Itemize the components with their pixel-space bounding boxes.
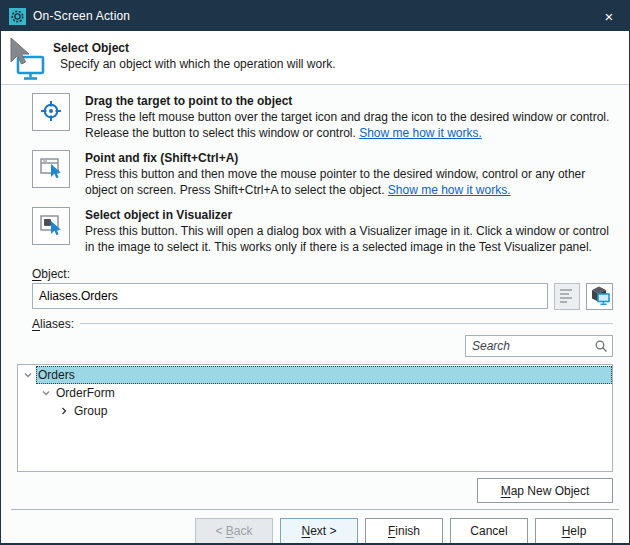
point-and-fix-icon [39,156,63,183]
button-label: < [215,524,225,538]
help-button[interactable]: Help [535,518,613,544]
button-label: inish [395,524,420,538]
option-title: Point and fix (Shift+Ctrl+A) [85,150,613,166]
window-title: On-Screen Action [33,9,589,23]
object-label: Object: [17,267,613,281]
group-divider [80,323,613,325]
dialog-header: Select Object Specify an object with whi… [1,31,629,85]
titlebar: On-Screen Action × [1,1,629,31]
tree-item-label: Group [74,404,107,418]
app-gear-icon [9,8,26,25]
cancel-button[interactable]: Cancel [450,518,528,544]
visualizer-button[interactable] [32,207,70,245]
search-input[interactable] [465,335,613,357]
tree-item-highlight[interactable]: Group [72,402,612,420]
visualizer-icon [39,212,63,240]
button-accel: M [501,484,511,498]
search-icon[interactable] [594,339,608,356]
show-me-link[interactable]: Show me how it works. [388,183,511,197]
option-point-and-fix: Point and fix (Shift+Ctrl+A) Press this … [17,150,613,198]
option-desc-text: Press the left mouse button over the tar… [85,110,609,140]
tree-item-group[interactable]: Group [18,402,612,420]
button-accel: B [226,524,234,538]
option-title: Drag the target to point to the object [85,93,613,109]
object-label-accel: O [32,267,41,281]
cube-monitor-icon [589,284,611,309]
object-input[interactable] [32,283,548,309]
step-subtitle: Specify an object with which the operati… [60,57,335,71]
option-description: Press this button and then move the mous… [85,166,613,198]
properties-list-button[interactable] [554,283,581,310]
finish-button[interactable]: Finish [365,518,443,544]
dialog-content: Drag the target to point to the object P… [1,85,629,544]
object-label-text: bject: [41,267,70,281]
tree-item-label: Orders [38,368,75,382]
button-label: elp [570,524,586,538]
highlight-object-button[interactable] [586,283,613,310]
option-text: Select object in Visualizer Press this b… [85,207,613,255]
drag-target-button[interactable] [32,93,70,131]
map-row: Map New Object [17,478,613,503]
footer-separator [11,509,619,510]
aliases-group-header: Aliases: [17,317,613,331]
chevron-right-icon[interactable] [56,403,72,419]
show-me-link[interactable]: Show me how it works. [359,126,482,140]
option-desc-text: Press this button. This will open a dial… [85,224,609,254]
button-accel: N [301,524,310,538]
button-label: ap New Object [511,484,590,498]
target-icon [39,99,63,126]
option-text: Point and fix (Shift+Ctrl+A) Press this … [85,150,613,198]
tree-item-orderform[interactable]: OrderForm [18,384,612,402]
tree-item-highlight[interactable]: OrderForm [54,384,612,402]
chevron-down-icon[interactable] [20,367,36,383]
next-button[interactable]: Next > [280,518,358,544]
header-text: Select Object Specify an object with whi… [53,37,335,71]
aliases-tree[interactable]: Orders OrderForm Group [17,364,613,472]
on-screen-action-dialog: On-Screen Action × Select Object Specify… [0,0,630,545]
aliases-label-text: liases: [40,317,74,331]
object-row [17,283,613,310]
step-title: Select Object [53,41,335,55]
chevron-down-icon[interactable] [38,385,54,401]
button-label: ext > [310,524,336,538]
aliases-label: Aliases: [32,317,74,331]
point-and-fix-button[interactable] [32,150,70,188]
option-select-in-visualizer: Select object in Visualizer Press this b… [17,207,613,255]
back-button[interactable]: < Back [195,518,273,544]
map-new-object-button[interactable]: Map New Object [477,478,613,503]
option-description: Press this button. This will open a dial… [85,223,613,255]
option-drag-target: Drag the target to point to the object P… [17,93,613,141]
search-row [17,335,613,357]
search-box [465,335,613,357]
option-description: Press the left mouse button over the tar… [85,109,613,141]
footer-buttons: < Back Next > Finish Cancel Help [17,518,613,544]
select-object-icon [7,37,47,83]
option-text: Drag the target to point to the object P… [85,93,613,141]
list-icon [558,286,576,307]
close-icon[interactable]: × [589,1,629,31]
tree-item-orders[interactable]: Orders [18,366,612,384]
aliases-label-accel: A [32,317,40,331]
tree-item-label: OrderForm [56,386,115,400]
button-label: Cancel [470,524,507,538]
tree-item-highlight[interactable]: Orders [36,366,612,384]
button-label: ack [234,524,253,538]
option-title: Select object in Visualizer [85,207,613,223]
